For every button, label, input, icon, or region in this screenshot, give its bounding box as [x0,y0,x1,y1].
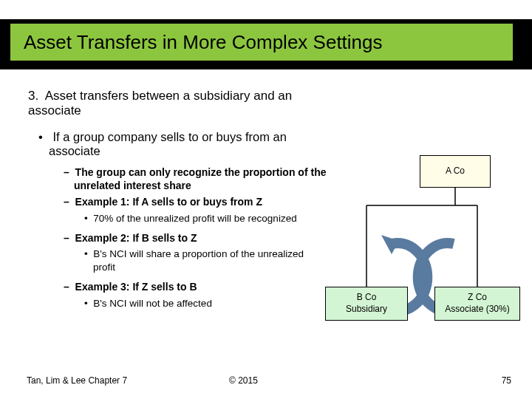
dot-item: • B's NCI will not be affected [84,297,328,310]
box-z-line1: Z Co [468,292,487,304]
dash-item: – Example 1: If A sells to or buys from … [64,195,328,208]
dash-text: Example 3: If Z sells to B [75,281,197,293]
svg-marker-4 [381,235,399,254]
dot-text: B's NCI will share a proportion of the u… [93,248,304,273]
org-diagram: A Co B Co Subsidiary Z Co Associate (30%… [325,155,520,332]
diagram-box-z: Z Co Associate (30%) [434,287,520,321]
section-num: 3. [28,89,38,103]
dot-text: 70% of the unrealized profit will be rec… [93,213,296,224]
diagram-box-a: A Co [420,155,491,188]
dash-item: – The group can only recognize the propo… [64,166,328,192]
dash-text: Example 1: If A sells to or buys from Z [75,196,262,208]
box-b-line2: Subsidiary [346,304,387,316]
dash-text: The group can only recognize the proport… [74,166,326,191]
diagram-box-b: B Co Subsidiary [325,287,408,321]
section-heading: 3. Asset transfers between a subsidiary … [28,89,328,118]
footer-left: Tan, Lim & Lee Chapter 7 [27,375,127,386]
dot-item: • B's NCI will share a proportion of the… [84,248,328,274]
title-bg-green: Asset Transfers in More Complex Settings [10,24,513,61]
bullet-main: • If a group company sells to or buys fr… [38,130,328,158]
dash-item: – Example 3: If Z sells to B [64,280,328,293]
footer-center: © 2015 [229,375,258,386]
title-bar: Asset Transfers in More Complex Settings [0,19,532,69]
slide-title: Asset Transfers in More Complex Settings [24,31,383,54]
dot-item: • 70% of the unrealized profit will be r… [84,212,328,225]
dot-text: B's NCI will not be affected [93,298,212,309]
footer-page-number: 75 [502,375,511,386]
section-text: Asset transfers between a subsidiary and… [28,89,292,117]
bullet-main-text: If a group company sells to or buys from… [49,130,287,157]
body-content: 3. Asset transfers between a subsidiary … [25,89,328,316]
dash-item: – Example 2: If B sells to Z [64,231,328,245]
box-b-line1: B Co [357,292,377,304]
box-a-label: A Co [446,166,465,177]
box-z-line2: Associate (30%) [445,304,509,316]
dash-text: Example 2: If B sells to Z [75,232,197,244]
